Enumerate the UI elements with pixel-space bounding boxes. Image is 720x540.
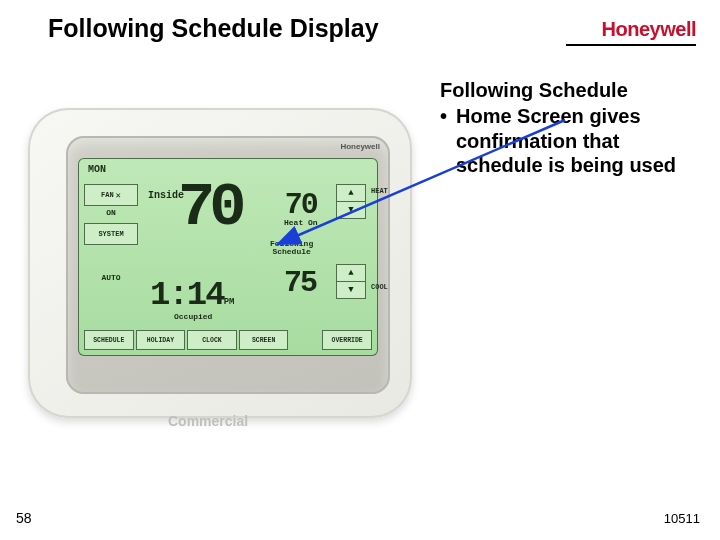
auto-state: AUTO <box>84 273 138 282</box>
bullet-dot: • <box>440 104 456 177</box>
holiday-button[interactable]: HOLIDAY <box>136 330 186 350</box>
heat-setpoint-block: 70 Heat On <box>284 188 318 227</box>
bullet-heading: Following Schedule <box>440 78 700 102</box>
left-column: FAN ✕ ON SYSTEM AUTO <box>84 184 138 288</box>
bullet-text: Home Screen gives confirmation that sche… <box>456 104 700 177</box>
occupied-label: Occupied <box>174 312 212 321</box>
doc-number: 10511 <box>664 511 700 526</box>
clock-button[interactable]: CLOCK <box>187 330 237 350</box>
device-shell: Honeywell MON FAN ✕ ON SYSTEM AUTO <box>28 108 412 418</box>
heat-spinner-label: HEAT <box>371 187 388 195</box>
heat-down-icon[interactable]: ▼ <box>337 202 365 218</box>
bottom-button-row: SCHEDULE HOLIDAY CLOCK SCREEN OVERRIDE <box>84 330 372 350</box>
bullet-item: • Home Screen gives confirmation that sc… <box>440 104 700 177</box>
cool-spinner[interactable]: ▲ ▼ COOL <box>336 264 366 299</box>
heat-setpoint: 70 <box>284 188 318 222</box>
commercial-label: Commercial <box>168 413 248 429</box>
cool-setpoint-block: 75 <box>284 266 316 300</box>
cool-setpoint: 75 <box>284 266 316 300</box>
schedule-button[interactable]: SCHEDULE <box>84 330 134 350</box>
button-gap <box>290 330 320 350</box>
fan-x-icon: ✕ <box>116 190 121 201</box>
slide: Following Schedule Display Honeywell Fol… <box>0 0 720 540</box>
bullet-block: Following Schedule • Home Screen gives c… <box>440 78 700 178</box>
screen-button[interactable]: SCREEN <box>239 330 289 350</box>
heat-spinner[interactable]: ▲ ▼ HEAT <box>336 184 366 219</box>
cool-down-icon[interactable]: ▼ <box>337 282 365 298</box>
following-line2: Schedule <box>270 248 313 256</box>
following-schedule-label: Following Schedule <box>270 240 313 256</box>
lcd-screen: MON FAN ✕ ON SYSTEM AUTO Inside 70 <box>78 158 378 356</box>
heat-up-icon[interactable]: ▲ <box>337 185 365 201</box>
fan-button[interactable]: FAN ✕ <box>84 184 138 206</box>
time-value: 1:14 <box>150 276 224 314</box>
bezel-brand-label: Honeywell <box>340 142 380 151</box>
brand-underline <box>566 44 696 46</box>
system-label: SYSTEM <box>98 230 123 238</box>
override-button[interactable]: OVERRIDE <box>322 330 372 350</box>
fan-state: ON <box>84 208 138 217</box>
device-bezel: Honeywell MON FAN ✕ ON SYSTEM AUTO <box>66 136 390 394</box>
cool-spinner-label: COOL <box>371 283 388 291</box>
inside-temp: 70 <box>178 172 240 243</box>
fan-label: FAN <box>101 191 114 199</box>
time-display: 1:14PM <box>150 276 234 314</box>
time-ampm: PM <box>224 297 235 307</box>
slide-title: Following Schedule Display <box>48 14 379 43</box>
system-button[interactable]: SYSTEM <box>84 223 138 245</box>
day-label: MON <box>88 164 106 175</box>
heat-on-label: Heat On <box>284 218 318 227</box>
cool-up-icon[interactable]: ▲ <box>337 265 365 281</box>
page-number: 58 <box>16 510 32 526</box>
brand-logo: Honeywell <box>602 18 696 41</box>
thermostat-image: Honeywell MON FAN ✕ ON SYSTEM AUTO <box>20 108 420 448</box>
